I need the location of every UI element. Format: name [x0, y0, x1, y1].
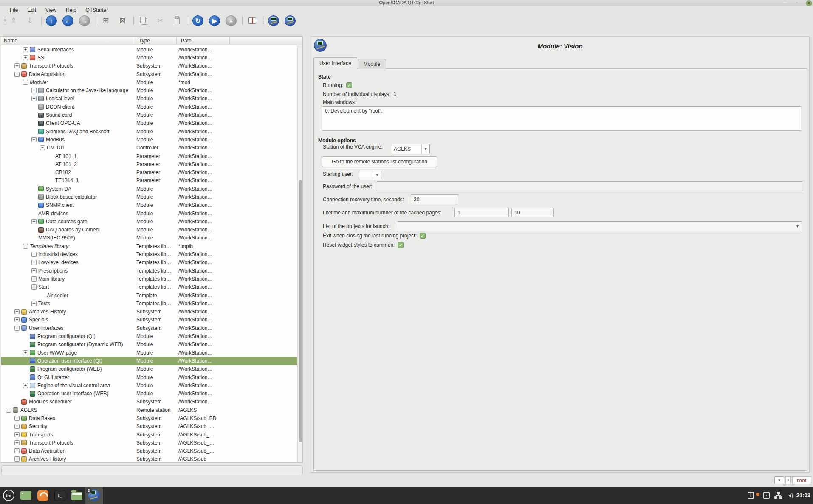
- tree-row[interactable]: Qt GUI starterModule/WorkStation…: [1, 373, 298, 381]
- tree-horizontal-scrollbar[interactable]: [1, 465, 303, 476]
- tree-row[interactable]: +Archives-HistorySubsystem/AGLKS/sub: [1, 455, 298, 462]
- tab-user-interface[interactable]: User interface: [313, 57, 357, 69]
- tree-row[interactable]: +Transport ProtocolsSubsystem/AGLKS/sub_…: [1, 439, 298, 447]
- expand-plus-icon[interactable]: +: [14, 416, 20, 421]
- tree-row[interactable]: +Engine of the visual control areaModule…: [1, 381, 298, 389]
- expand-plus-icon[interactable]: +: [14, 456, 20, 462]
- tree-row[interactable]: +Low-level devicesTemplates lib…/WorkSta…: [1, 259, 298, 267]
- tree-row[interactable]: +SpecialsSubsystem/WorkStation…: [1, 316, 298, 324]
- menu-item-file[interactable]: File: [6, 7, 22, 14]
- collapse-minus-icon[interactable]: −: [14, 326, 20, 331]
- tree-row[interactable]: +Serial interfacesModule/WorkStation…: [1, 45, 298, 53]
- network-tray[interactable]: [774, 492, 782, 499]
- refresh-button[interactable]: ↻: [192, 15, 203, 26]
- collapse-minus-icon[interactable]: −: [31, 137, 37, 142]
- expand-plus-icon[interactable]: +: [23, 47, 28, 52]
- taskbar-clock[interactable]: 21:03: [796, 492, 813, 498]
- tree-row[interactable]: System DAModule/WorkStation…: [1, 185, 298, 193]
- minimize-button[interactable]: –: [782, 0, 788, 6]
- tree-row[interactable]: Modules schedulerSubsystem/WorkStation…: [1, 398, 298, 406]
- tree-row[interactable]: +TestsTemplates lib…/WorkStation…: [1, 299, 298, 307]
- tree-vertical-scrollbar[interactable]: [297, 45, 302, 462]
- tree-row[interactable]: −User InterfacesSubsystem/WorkStation…: [1, 324, 298, 332]
- starting-user-combobox[interactable]: ▼: [359, 170, 381, 180]
- expand-plus-icon[interactable]: +: [31, 260, 37, 265]
- tree-row[interactable]: AT 101_1Parameter/WorkStation…: [1, 152, 298, 160]
- tree-row[interactable]: −CM 101Controller/WorkStation…: [1, 144, 298, 152]
- projects-combobox[interactable]: ▼: [397, 221, 802, 231]
- manual-button[interactable]: [247, 15, 258, 26]
- recovery-time-field[interactable]: [411, 194, 458, 204]
- tree-row[interactable]: Client OPC-UAModule/WorkStation…: [1, 119, 298, 127]
- expand-plus-icon[interactable]: +: [31, 219, 37, 224]
- collapse-minus-icon[interactable]: −: [6, 408, 11, 413]
- qtstarter-vision-button[interactable]: [268, 15, 279, 26]
- show-desktop-button[interactable]: [17, 487, 34, 504]
- copy-button[interactable]: [138, 15, 149, 26]
- qtstarter-qtcfg-button[interactable]: [285, 15, 296, 26]
- collapse-minus-icon[interactable]: −: [23, 80, 28, 85]
- collapse-minus-icon[interactable]: −: [23, 244, 28, 249]
- load-from-db-button[interactable]: ⇑: [8, 15, 19, 26]
- tree-row[interactable]: −Module:Module*mod_: [1, 78, 298, 86]
- column-header-path[interactable]: Path: [181, 38, 192, 44]
- tree-row[interactable]: Program configurator (WEB)Module/WorkSta…: [1, 365, 298, 373]
- volume-tray[interactable]: ◄)): [787, 493, 793, 498]
- cache-max-field[interactable]: [511, 208, 554, 217]
- tree-row[interactable]: +PrescriptionsTemplates lib…/WorkStation…: [1, 267, 298, 275]
- files-launcher[interactable]: [68, 487, 85, 504]
- expand-plus-icon[interactable]: +: [14, 309, 20, 314]
- update-manager-tray[interactable]: !: [748, 492, 754, 499]
- collapse-minus-icon[interactable]: −: [40, 145, 45, 150]
- tree-row[interactable]: +Industrial devicesTemplates lib…/WorkSt…: [1, 250, 298, 258]
- delete-item-button[interactable]: ⊠: [117, 15, 128, 26]
- menu-item-help[interactable]: Help: [62, 7, 80, 14]
- tree-row[interactable]: +SecuritySubsystem/AGLKS/sub_…: [1, 422, 298, 431]
- expand-plus-icon[interactable]: +: [23, 383, 28, 388]
- column-separator[interactable]: [229, 38, 230, 45]
- menu-item-view[interactable]: View: [42, 7, 60, 14]
- tree-row[interactable]: +Calculator on the Java-like languageMod…: [1, 86, 298, 94]
- tree-row[interactable]: −Data AcquisitionSubsystem/WorkStation…: [1, 70, 298, 78]
- tree-row[interactable]: −Templates library:Templates lib…*tmplb_: [1, 242, 298, 250]
- cut-button[interactable]: ✂: [155, 15, 166, 26]
- maximize-button[interactable]: ▫: [794, 0, 800, 6]
- expand-plus-icon[interactable]: +: [14, 448, 20, 453]
- up-button[interactable]: ↑: [46, 15, 57, 26]
- tree-row[interactable]: CB102Parameter/WorkStation…: [1, 168, 298, 176]
- menu-item-qtstarter[interactable]: QTStarter: [82, 7, 112, 14]
- tree-row[interactable]: DAQ boards by ComediModule/WorkStation…: [1, 226, 298, 234]
- password-field[interactable]: [377, 181, 803, 191]
- expand-plus-icon[interactable]: +: [14, 440, 20, 445]
- expand-plus-icon[interactable]: +: [31, 252, 37, 257]
- tree-row[interactable]: −StartTemplates lib…/WorkStation…: [1, 283, 298, 291]
- expand-plus-icon[interactable]: +: [14, 424, 20, 429]
- window-titlebar[interactable]: OpenSCADA QTCfg: Start –▫×: [0, 0, 813, 6]
- stop-button[interactable]: ×: [226, 15, 237, 26]
- tree-row[interactable]: TE1314_1Parameter/WorkStation…: [1, 177, 298, 185]
- column-separator[interactable]: [176, 38, 177, 45]
- tree-row[interactable]: +User WWW-pageModule/WorkStation…: [1, 349, 298, 357]
- add-item-button[interactable]: ⊞: [100, 15, 111, 26]
- tree-row[interactable]: DCON clientModule/WorkStation…: [1, 103, 298, 111]
- expand-plus-icon[interactable]: +: [31, 96, 37, 101]
- expand-plus-icon[interactable]: +: [14, 432, 20, 437]
- tree-row[interactable]: Operation user interface (WEB)Module/Wor…: [1, 389, 298, 397]
- current-user-badge[interactable]: root: [792, 476, 811, 484]
- exit-checkbox[interactable]: ✓: [420, 233, 426, 239]
- column-header-type[interactable]: Type: [139, 38, 150, 44]
- column-separator[interactable]: [135, 38, 136, 45]
- menu-item-edit[interactable]: Edit: [23, 7, 40, 14]
- openscada-window-button[interactable]: 2: [85, 487, 103, 504]
- expand-plus-icon[interactable]: +: [31, 276, 37, 282]
- tree-row[interactable]: AT 101_2Parameter/WorkStation…: [1, 160, 298, 168]
- status-dropdown-button[interactable]: ▼: [774, 476, 784, 484]
- toolbar-drag-handle[interactable]: [4, 17, 6, 25]
- expand-plus-icon[interactable]: +: [23, 350, 28, 355]
- tree-row[interactable]: Operation user interface (Qt)Module/Work…: [1, 357, 298, 365]
- tree-row[interactable]: +Archives-HistorySubsystem/WorkStation…: [1, 308, 298, 316]
- tree-row[interactable]: MMS(IEC-9506)Module/WorkStation…: [1, 234, 298, 242]
- expand-plus-icon[interactable]: +: [14, 317, 20, 322]
- station-combobox[interactable]: AGLKS ▼: [391, 144, 430, 154]
- tree-row[interactable]: Air coolerTemplate/WorkStation…: [1, 291, 298, 299]
